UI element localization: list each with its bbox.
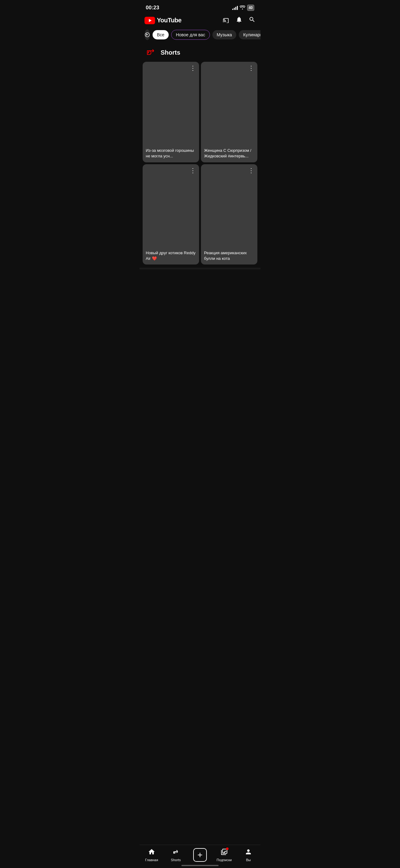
short-card-4[interactable]: ⋮ Реакция американских булли на кота bbox=[201, 164, 257, 265]
shorts-grid: ⋮ Из-за мозговой горошины не могла усн..… bbox=[139, 62, 261, 265]
shorts-nav-icon bbox=[172, 848, 179, 857]
nav-item-shorts[interactable]: Shorts bbox=[167, 848, 185, 862]
search-icon[interactable] bbox=[249, 16, 256, 25]
short-card-4-title: Реакция американских булли на кота bbox=[204, 250, 254, 261]
youtube-icon bbox=[144, 17, 155, 24]
explore-chip[interactable] bbox=[144, 30, 150, 40]
short-card-3[interactable]: ⋮ Новый друг котиков Reddy Air ❤️ bbox=[143, 164, 199, 265]
nav-item-you[interactable]: Вы bbox=[239, 848, 258, 862]
nav-item-subscriptions[interactable]: Подписки bbox=[215, 848, 233, 862]
short-card-2-menu-button[interactable]: ⋮ bbox=[248, 65, 254, 71]
short-card-2[interactable]: ⋮ Женщина С Сюрпризом / Жидковский #инте… bbox=[201, 62, 257, 162]
shorts-section-header: Shorts bbox=[139, 42, 261, 62]
short-card-3-menu-button[interactable]: ⋮ bbox=[190, 167, 196, 174]
battery-level: 40 bbox=[249, 6, 253, 10]
subscriptions-icon bbox=[221, 848, 228, 857]
short-card-1[interactable]: ⋮ Из-за мозговой горошины не могла усн..… bbox=[143, 62, 199, 162]
short-card-4-menu-button[interactable]: ⋮ bbox=[248, 167, 254, 174]
home-indicator bbox=[181, 865, 219, 866]
status-icons: 40 bbox=[232, 5, 254, 11]
nav-shorts-label: Shorts bbox=[171, 858, 181, 862]
filter-chip-music[interactable]: Музыка bbox=[212, 30, 237, 39]
subscriptions-badge-dot bbox=[226, 847, 229, 850]
bottom-nav: Главная Shorts Подписки bbox=[139, 845, 261, 868]
youtube-logo-text: YouTube bbox=[157, 17, 181, 24]
section-separator bbox=[139, 268, 261, 270]
header: YouTube bbox=[139, 14, 261, 27]
filter-chip-cooking[interactable]: Кулинарны... bbox=[239, 30, 261, 39]
nav-item-home[interactable]: Главная bbox=[142, 848, 161, 862]
shorts-title: Shorts bbox=[161, 49, 180, 56]
nav-subscriptions-label: Подписки bbox=[217, 858, 232, 862]
status-time: 00:23 bbox=[146, 5, 159, 11]
home-icon bbox=[148, 848, 155, 857]
youtube-logo[interactable]: YouTube bbox=[144, 17, 181, 24]
battery-icon: 40 bbox=[247, 5, 254, 11]
wifi-icon bbox=[240, 5, 245, 10]
shorts-logo-icon bbox=[144, 46, 157, 59]
notifications-icon[interactable] bbox=[236, 16, 242, 25]
header-actions bbox=[223, 16, 256, 25]
filter-chip-all[interactable]: Все bbox=[153, 30, 169, 39]
nav-item-add[interactable] bbox=[191, 848, 209, 862]
filter-chip-new[interactable]: Новое для вас bbox=[171, 30, 210, 40]
signal-bars-icon bbox=[232, 6, 238, 10]
add-icon[interactable] bbox=[193, 848, 207, 862]
short-card-3-title: Новый друг котиков Reddy Air ❤️ bbox=[146, 250, 196, 261]
cast-icon[interactable] bbox=[223, 16, 229, 25]
short-card-1-title: Из-за мозговой горошины не могла усн... bbox=[146, 148, 196, 159]
status-bar: 00:23 40 bbox=[139, 0, 261, 14]
filter-bar: Все Новое для вас Музыка Кулинарны... bbox=[139, 27, 261, 42]
nav-home-label: Главная bbox=[145, 858, 158, 862]
you-icon bbox=[245, 848, 252, 857]
short-card-1-menu-button[interactable]: ⋮ bbox=[190, 65, 196, 71]
content-area: Shorts ⋮ Из-за мозговой горошины не могл… bbox=[139, 42, 261, 298]
short-card-2-title: Женщина С Сюрпризом / Жидковский #интерв… bbox=[204, 148, 254, 159]
nav-you-label: Вы bbox=[246, 858, 251, 862]
